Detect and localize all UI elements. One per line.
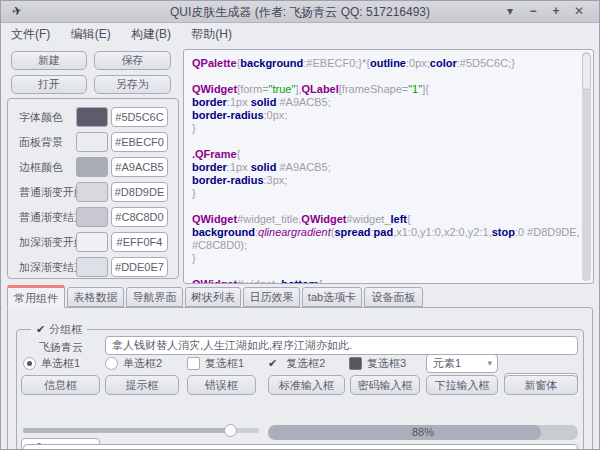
code-line xyxy=(192,265,579,278)
radio-2[interactable]: 单选框2 xyxy=(105,357,162,370)
new-button[interactable]: 新建 xyxy=(11,51,87,70)
color-value-input[interactable]: #EFF0F4 xyxy=(111,232,168,252)
code-line: border-radius:0px; xyxy=(192,109,579,122)
tab-common-widgets[interactable]: 常用组件 xyxy=(7,285,65,308)
author-input[interactable]: 拿人钱财替人消灾,人生江湖如此,程序江湖亦如此. xyxy=(105,336,578,355)
checkbox-1-label: 复选框1 xyxy=(205,357,244,370)
color-swatch[interactable] xyxy=(76,132,108,152)
color-value-input[interactable]: #EBECF0 xyxy=(111,132,168,152)
password-input-button[interactable]: 密码输入框 xyxy=(350,375,420,395)
color-swatch[interactable] xyxy=(76,107,108,127)
radio-2-label: 单选框2 xyxy=(123,357,162,370)
checkbox-partial-icon xyxy=(349,357,362,370)
combobox-1-value: 元素1 xyxy=(433,357,461,369)
checkbox-1[interactable]: 复选框1 xyxy=(187,357,244,370)
color-row-label: 面板背景 xyxy=(19,132,63,152)
progress-bar: 88% xyxy=(268,425,578,440)
standard-input-button[interactable]: 标准输入框 xyxy=(268,375,345,395)
code-line: QWidget[form="true"],QLabel[frameShape="… xyxy=(192,83,579,96)
groupbox-title-checkbox[interactable]: ✔分组框 xyxy=(31,322,87,336)
menu-item-help[interactable]: 帮助(H) xyxy=(184,23,239,43)
button-label: 下拉输入框 xyxy=(427,376,497,394)
color-swatch[interactable] xyxy=(76,232,108,252)
tip-dialog-button[interactable]: 提示框 xyxy=(105,375,179,395)
code-line: border-radius:3px; xyxy=(192,174,579,187)
color-swatch[interactable] xyxy=(76,182,108,202)
checkbox-2[interactable]: ✔复选框2 xyxy=(268,357,325,370)
slider-handle[interactable] xyxy=(224,424,237,437)
code-line: QWidget#widget_bottom{ xyxy=(192,278,579,284)
stylesheet-code-editor[interactable]: QPalette{background:#EBECF0;}*{outline:0… xyxy=(183,49,594,284)
color-swatch[interactable] xyxy=(76,257,108,277)
open-button[interactable]: 打开 xyxy=(11,75,87,94)
maximize-button[interactable]: + xyxy=(547,2,565,21)
color-row-label: 字体颜色 xyxy=(19,107,63,127)
titlebar-menu-button[interactable]: ▾ xyxy=(501,2,519,21)
radio-1[interactable]: 单选框1 xyxy=(23,357,80,370)
code-line: QWidget#widget_title,QWidget#widget_left… xyxy=(192,213,579,226)
tab-tab-widget[interactable]: tab选项卡 xyxy=(302,287,362,307)
dropdown-input-button[interactable]: 下拉输入框 xyxy=(426,375,498,395)
save-button-label: 保存 xyxy=(95,52,170,69)
checkbox-3-label: 复选框3 xyxy=(367,357,406,370)
code-line: } xyxy=(192,252,579,265)
tab-calendar[interactable]: 日历效果 xyxy=(243,287,300,307)
code-line xyxy=(192,70,579,83)
code-line: } xyxy=(192,187,579,200)
checkbox-unchecked-icon xyxy=(187,357,200,370)
tab-tree-list[interactable]: 树状列表 xyxy=(185,287,241,307)
minimize-button[interactable]: − xyxy=(524,2,542,21)
color-swatch[interactable] xyxy=(76,157,108,177)
code-line: .QFrame{ xyxy=(192,148,579,161)
editor-scrollbar[interactable] xyxy=(582,52,591,281)
new-window-button[interactable]: 新窗体 xyxy=(504,375,578,395)
app-window: ✈ QUI皮肤生成器 (作者: 飞扬青云 QQ: 517216493) ▾ − … xyxy=(0,0,600,450)
code-line: border:1px solid #A9ACB5; xyxy=(192,96,579,109)
open-button-label: 打开 xyxy=(12,76,86,93)
tab-device-panel[interactable]: 设备面板 xyxy=(364,287,423,307)
checkbox-3[interactable]: 复选框3 xyxy=(349,357,406,370)
info-dialog-button[interactable]: 信息框 xyxy=(21,375,100,395)
color-value-input[interactable]: #A9ACB5 xyxy=(111,157,168,177)
color-value-input[interactable]: #5D5C6C xyxy=(111,107,168,127)
color-value-input[interactable]: #DDE0E7 xyxy=(111,257,168,277)
color-value-input[interactable]: #D8D9DE xyxy=(111,182,168,202)
save-as-button-label: 另存为 xyxy=(95,76,170,93)
bottom-text-box[interactable]: 拿人钱财替人消灾,人生江湖如此,程序江湖亦如此. xyxy=(23,444,578,450)
button-label: 密码输入框 xyxy=(351,376,419,394)
menu-item-build[interactable]: 构建(B) xyxy=(124,23,178,43)
button-label: 错误框 xyxy=(188,376,255,394)
button-label: 信息框 xyxy=(22,376,99,394)
menu-item-file[interactable]: 文件(F) xyxy=(4,23,57,43)
author-label: 飞扬青云 xyxy=(39,340,83,355)
menu-item-edit[interactable]: 编辑(E) xyxy=(64,23,118,43)
editor-scrollbar-thumb[interactable] xyxy=(582,53,591,90)
button-label: 提示框 xyxy=(106,376,178,394)
horizontal-slider[interactable] xyxy=(23,428,259,433)
code-line: #C8C8D0); xyxy=(192,239,579,252)
radio-1-label: 单选框1 xyxy=(41,357,80,370)
code-line xyxy=(192,200,579,213)
color-value-input[interactable]: #C8C8D0 xyxy=(111,207,168,227)
close-button[interactable]: ✕ xyxy=(570,2,588,21)
progress-label: 88% xyxy=(268,425,578,440)
chevron-down-icon: ▾ xyxy=(487,355,492,372)
radio-on-icon xyxy=(23,357,36,370)
save-button[interactable]: 保存 xyxy=(94,51,171,70)
code-content: QPalette{background:#EBECF0;}*{outline:0… xyxy=(192,57,579,284)
radio-off-icon xyxy=(105,357,118,370)
code-line: QPalette{background:#EBECF0;}*{outline:0… xyxy=(192,57,579,70)
color-swatch[interactable] xyxy=(76,207,108,227)
color-row-label: 边框颜色 xyxy=(19,157,63,177)
slider-fill xyxy=(23,428,231,433)
combobox-1[interactable]: 元素1▾ xyxy=(426,354,498,373)
code-line: } xyxy=(192,122,579,135)
code-line: background:qlineargradient(spread:pad,x1… xyxy=(192,226,579,239)
button-label: 标准输入框 xyxy=(269,376,344,394)
save-as-button[interactable]: 另存为 xyxy=(94,75,171,94)
tab-nav-ui[interactable]: 导航界面 xyxy=(126,287,183,307)
error-dialog-button[interactable]: 错误框 xyxy=(187,375,256,395)
groupbox-title-label: 分组框 xyxy=(49,323,82,335)
tab-table-data[interactable]: 表格数据 xyxy=(67,287,124,307)
title-bar: ✈ QUI皮肤生成器 (作者: 飞扬青云 QQ: 517216493) ▾ − … xyxy=(1,1,599,23)
